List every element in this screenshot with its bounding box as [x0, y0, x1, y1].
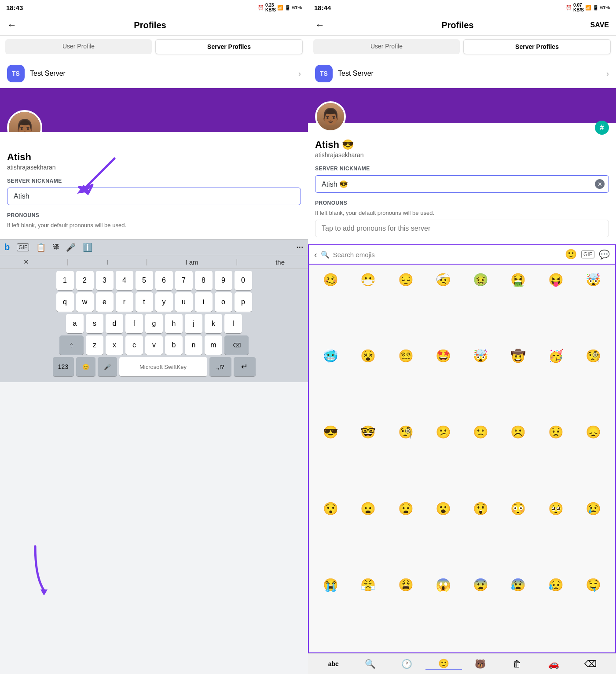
ebb-abc[interactable]: abc	[315, 660, 352, 667]
key-r[interactable]: r	[116, 292, 133, 312]
emoji-28[interactable]: 😮	[425, 497, 462, 520]
key-v[interactable]: v	[145, 335, 163, 355]
key-7[interactable]: 7	[175, 271, 193, 290]
sticker-icon-search[interactable]: 💬	[599, 249, 610, 260]
ebb-trash[interactable]: 🗑	[499, 659, 536, 669]
emoji-back-icon[interactable]: ‹	[314, 250, 317, 260]
emoji-29[interactable]: 😲	[462, 497, 499, 520]
key-h[interactable]: h	[165, 314, 183, 333]
emoji-22[interactable]: ☹️	[500, 421, 536, 444]
key-l[interactable]: l	[224, 314, 242, 333]
key-a[interactable]: a	[66, 314, 84, 333]
emoji-11[interactable]: 😵‍💫	[388, 344, 424, 367]
key-6[interactable]: 6	[155, 271, 173, 290]
key-123[interactable]: 123	[53, 357, 74, 376]
suggestion-the[interactable]: the	[275, 258, 285, 266]
avatar-right[interactable]: 👨🏾	[315, 101, 346, 132]
server-nickname-input-left[interactable]	[7, 188, 301, 205]
emoji-4[interactable]: 🤕	[425, 268, 462, 291]
emoji-14[interactable]: 🤠	[500, 344, 536, 367]
key-z[interactable]: z	[86, 335, 103, 355]
key-emoji[interactable]: 😊	[76, 357, 95, 376]
key-shift[interactable]: ⇧	[59, 335, 84, 355]
clipboard-icon[interactable]: 📋	[36, 243, 46, 252]
mic-toolbar-icon[interactable]: 🎤	[66, 243, 76, 252]
key-4[interactable]: 4	[116, 271, 133, 290]
pronouns-input-right[interactable]	[315, 220, 609, 237]
emoji-31[interactable]: 🥺	[538, 497, 574, 520]
server-nickname-input-right[interactable]	[315, 175, 609, 193]
key-i[interactable]: i	[195, 292, 213, 312]
key-punctuation[interactable]: .,!?	[209, 357, 231, 376]
smiley-icon-search[interactable]: 🙂	[565, 249, 577, 260]
key-t[interactable]: t	[136, 292, 153, 312]
emoji-40[interactable]: 🤤	[575, 574, 612, 597]
key-mic[interactable]: 🎤	[98, 357, 117, 376]
emoji-9[interactable]: 🥶	[312, 344, 349, 367]
emoji-33[interactable]: 😭	[312, 574, 349, 597]
emoji-32[interactable]: 😢	[575, 497, 612, 520]
emoji-25[interactable]: 😯	[312, 497, 349, 520]
emoji-5[interactable]: 🤢	[462, 268, 499, 291]
server-row-left[interactable]: TS Test Server ›	[0, 59, 308, 88]
tab-server-profiles-right[interactable]: Server Profiles	[463, 39, 611, 54]
key-9[interactable]: 9	[215, 271, 232, 290]
key-0[interactable]: 0	[235, 271, 252, 290]
emoji-2[interactable]: 😷	[350, 268, 386, 291]
key-w[interactable]: w	[76, 292, 94, 312]
emoji-8[interactable]: 🤯	[575, 268, 612, 291]
key-x[interactable]: x	[106, 335, 123, 355]
emoji-16[interactable]: 🧐	[575, 344, 612, 367]
emoji-20[interactable]: 😕	[425, 421, 462, 444]
server-row-right[interactable]: TS Test Server ›	[308, 59, 616, 88]
emoji-6[interactable]: 🤮	[500, 268, 536, 291]
more-icon[interactable]: ···	[297, 243, 304, 251]
key-m[interactable]: m	[205, 335, 222, 355]
tab-user-profile-right[interactable]: User Profile	[313, 39, 460, 54]
ebb-delete[interactable]: ⌫	[572, 659, 609, 669]
key-j[interactable]: j	[185, 314, 202, 333]
ebb-clock[interactable]: 🕐	[389, 659, 425, 669]
bing-icon[interactable]: b	[4, 242, 10, 252]
back-button-right[interactable]: ←	[315, 19, 325, 31]
key-c[interactable]: c	[125, 335, 143, 355]
key-g[interactable]: g	[145, 314, 163, 333]
key-b[interactable]: b	[165, 335, 183, 355]
key-backspace[interactable]: ⌫	[224, 335, 249, 355]
key-2[interactable]: 2	[76, 271, 94, 290]
key-d[interactable]: d	[106, 314, 123, 333]
emoji-24[interactable]: 😞	[575, 421, 612, 444]
key-n[interactable]: n	[185, 335, 202, 355]
key-u[interactable]: u	[175, 292, 193, 312]
tab-user-profile-left[interactable]: User Profile	[5, 39, 152, 54]
translate-icon[interactable]: 译	[53, 243, 59, 251]
key-o[interactable]: o	[215, 292, 232, 312]
ebb-smiley[interactable]: 🙂	[425, 658, 462, 670]
suggestion-iam[interactable]: I am	[185, 258, 198, 266]
gif-icon[interactable]: GIF	[17, 243, 29, 251]
suggestion-x[interactable]: ✕	[23, 258, 29, 266]
emoji-10[interactable]: 😵	[350, 344, 386, 367]
ebb-search[interactable]: 🔍	[352, 659, 389, 669]
emoji-7[interactable]: 😝	[538, 268, 574, 291]
clear-nickname-button[interactable]: ✕	[595, 179, 605, 189]
key-8[interactable]: 8	[195, 271, 213, 290]
emoji-15[interactable]: 🥳	[538, 344, 574, 367]
back-button-left[interactable]: ←	[7, 19, 17, 31]
key-space[interactable]: Microsoft SwiftKey	[119, 357, 207, 376]
emoji-18[interactable]: 🤓	[350, 421, 386, 444]
ebb-car[interactable]: 🚗	[535, 659, 572, 669]
save-button[interactable]: SAVE	[590, 21, 609, 29]
emoji-17[interactable]: 😎	[312, 421, 349, 444]
emoji-37[interactable]: 😨	[462, 574, 499, 597]
key-1[interactable]: 1	[56, 271, 74, 290]
key-f[interactable]: f	[125, 314, 143, 333]
emoji-36[interactable]: 😱	[425, 574, 462, 597]
emoji-1[interactable]: 🥴	[312, 268, 349, 291]
suggestion-i[interactable]: I	[106, 258, 108, 266]
key-q[interactable]: q	[56, 292, 74, 312]
emoji-26[interactable]: 😦	[350, 497, 386, 520]
gif-icon-search[interactable]: GIF	[581, 250, 594, 258]
emoji-12[interactable]: 🤩	[425, 344, 462, 367]
emoji-3[interactable]: 😔	[388, 268, 424, 291]
